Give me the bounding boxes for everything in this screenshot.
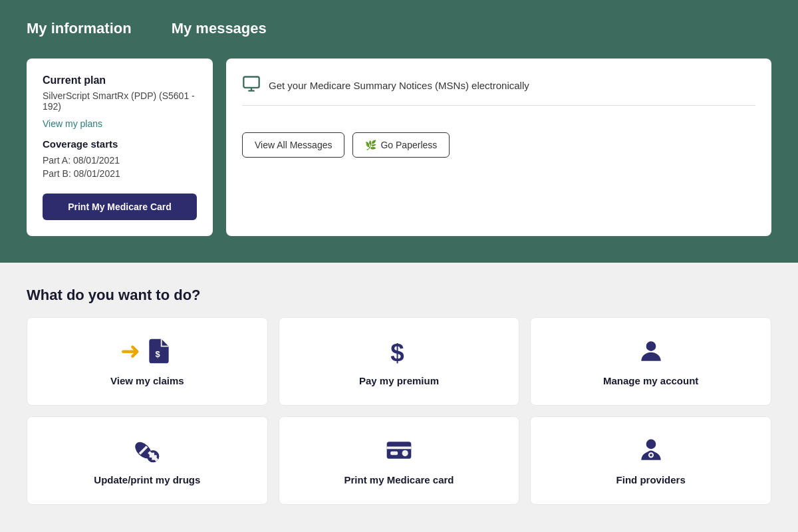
svg-text:$: $ [390,339,404,366]
print-medicare-card-button[interactable]: Print My Medicare Card [43,194,197,220]
my-information-heading: My information [27,20,132,37]
update-print-drugs-card[interactable]: Update/print my drugs [27,416,268,505]
arrow-right-icon: ➜ [120,337,140,365]
coverage-starts-label: Coverage starts [43,138,197,150]
svg-point-16 [402,450,408,456]
bottom-section: What do you want to do? ➜ $ View my clai… [0,263,798,529]
person-icon [636,336,666,366]
top-section: My information My messages Current plan … [0,0,798,263]
monitor-icon [242,74,261,96]
provider-icon [636,436,666,465]
part-b-date: Part B: 08/01/2021 [43,168,197,179]
messages-card: Get your Medicare Summary Notices (MSNs)… [226,59,771,236]
plan-card: Current plan SilverScript SmartRx (PDP) … [27,59,213,236]
action-grid: ➜ $ View my claims $ Pay my premium [27,317,771,505]
drugs-icon [132,436,162,465]
plan-name: SilverScript SmartRx (PDP) (S5601 - 192) [43,90,197,112]
messages-header: Get your Medicare Summary Notices (MSNs)… [242,74,755,106]
dollar-icon: $ [384,336,414,366]
svg-rect-15 [390,452,398,456]
pay-my-premium-label: Pay my premium [359,375,439,386]
pay-my-premium-card[interactable]: $ Pay my premium [279,317,520,406]
current-plan-label: Current plan [43,74,197,86]
top-cards: Current plan SilverScript SmartRx (PDP) … [27,59,771,236]
find-providers-card[interactable]: Find providers [530,416,771,505]
svg-point-6 [646,341,656,351]
section-title: What do you want to do? [27,287,771,304]
svg-point-17 [646,440,656,450]
claims-icon: ➜ $ [120,336,174,366]
manage-my-account-card[interactable]: Manage my account [530,317,771,406]
my-messages-heading: My messages [172,20,267,37]
view-plans-link[interactable]: View my plans [43,118,197,129]
view-my-claims-card[interactable]: ➜ $ View my claims [27,317,268,406]
go-paperless-button[interactable]: 🌿 Go Paperless [352,132,450,158]
msn-message: Get your Medicare Summary Notices (MSNs)… [269,80,529,91]
view-all-messages-button[interactable]: View All Messages [242,132,344,158]
messages-actions: View All Messages 🌿 Go Paperless [242,132,755,158]
print-medicare-card-action-label: Print my Medicare card [344,474,454,485]
svg-text:$: $ [156,349,160,359]
view-my-claims-label: View my claims [110,375,184,386]
leaf-icon: 🌿 [365,140,376,150]
update-print-drugs-label: Update/print my drugs [94,474,200,485]
print-medicare-card-action-card[interactable]: Print my Medicare card [279,416,520,505]
svg-rect-0 [243,77,259,88]
find-providers-label: Find providers [616,474,686,485]
card-icon [384,436,414,465]
part-a-date: Part A: 08/01/2021 [43,155,197,166]
svg-rect-13 [387,442,412,459]
manage-my-account-label: Manage my account [603,375,698,386]
